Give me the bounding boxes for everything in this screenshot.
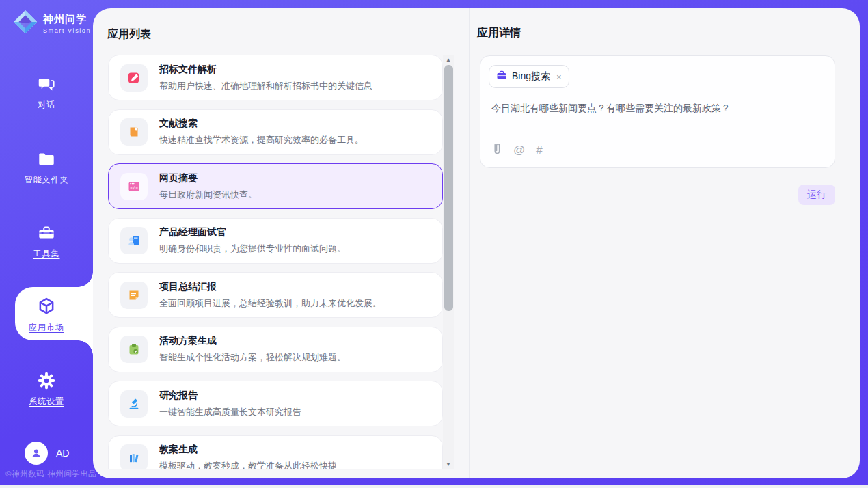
app-card-research-report[interactable]: 研究报告 一键智能生成高质量长文本研究报告 (108, 381, 443, 426)
app-card-lesson-plan[interactable]: 教案生成 模板驱动，教案秒成，教学准备从此轻松快捷 (108, 435, 443, 470)
book-icon (120, 118, 148, 146)
app-description: 帮助用户快速、准确地理解和解析招标书中的关键信息 (159, 80, 372, 92)
app-description: 智能生成个性化活动方案，轻松解决规划难题。 (159, 351, 346, 364)
browser-code-icon: </> (120, 173, 148, 200)
scrollbar-down-arrow-icon[interactable]: ▼ (443, 459, 454, 469)
sidebar-item-label: 对话 (38, 99, 55, 111)
app-name: 项目总结汇报 (159, 281, 381, 293)
app-name: 文献搜索 (159, 118, 364, 130)
tool-chip-bing-search[interactable]: Bing搜索 × (489, 65, 569, 88)
paperclip-icon[interactable] (492, 142, 502, 158)
chip-close-icon[interactable]: × (556, 72, 562, 82)
cube-icon (0, 295, 93, 317)
app-card-literature-search[interactable]: 文献搜索 快速精准查找学术资源，提高研究效率的必备工具。 (108, 109, 443, 155)
scrollbar-up-arrow-icon[interactable]: ▲ (443, 55, 454, 64)
app-list: 招标文件解析 帮助用户快速、准确地理解和解析招标书中的关键信息 文献搜索 快速精… (108, 55, 443, 469)
sidebar-item-chat[interactable]: 对话 (0, 74, 93, 111)
app-name: 教案生成 (159, 444, 337, 456)
copyright-text: ©神州数码·神州问学出品 (5, 469, 96, 479)
app-name: 研究报告 (159, 390, 301, 402)
app-name: 产品经理面试官 (159, 226, 346, 239)
app-card-web-summary[interactable]: </> 网页摘要 每日政府新闻资讯快查。 (108, 163, 443, 209)
tool-chip-label: Bing搜索 (512, 70, 550, 83)
folder-icon (0, 149, 93, 170)
note-icon (120, 282, 148, 309)
brand-logo: 神州问学 Smart Vision (12, 9, 91, 38)
interviewer-icon (120, 227, 148, 254)
scrollbar-thumb[interactable] (444, 65, 453, 311)
prompt-toolbar: @ # (492, 142, 543, 158)
sidebar: 神州问学 Smart Vision 对话 智能文件夹 (0, 0, 93, 485)
app-card-project-summary[interactable]: 项目总结汇报 全面回顾项目进展，总结经验教训，助力未来优化发展。 (108, 272, 443, 318)
app-name: 网页摘要 (159, 172, 257, 185)
run-button[interactable]: 运行 (798, 185, 835, 205)
app-card-pm-interviewer[interactable]: 产品经理面试官 明确身份和职责，为您提供专业性的面试问题。 (108, 218, 443, 264)
app-description: 快速精准查找学术资源，提高研究效率的必备工具。 (159, 134, 364, 146)
sidebar-item-label: 应用市场 (29, 322, 64, 334)
app-description: 一键智能生成高质量长文本研究报告 (159, 406, 301, 418)
clipboard-check-icon (120, 336, 148, 363)
user-initials: AD (56, 448, 69, 459)
chat-icon (0, 74, 93, 94)
app-description: 全面回顾项目进展，总结经验教训，助力未来优化发展。 (159, 297, 381, 310)
microscope-icon (120, 390, 148, 418)
app-card-event-plan[interactable]: 活动方案生成 智能生成个性化活动方案，轻松解决规划难题。 (108, 327, 443, 372)
brand-name: 神州问学 (43, 13, 91, 26)
sidebar-item-settings[interactable]: 系统设置 (0, 370, 93, 407)
app-detail-title: 应用详情 (477, 26, 521, 40)
main-content: 应用列表 招标文件解析 帮助用户快速、准确地理解和解析招标书中的关键信息 (93, 8, 860, 478)
prompt-query-text[interactable]: 今日湖北有哪些新闻要点？有哪些需要关注的最新政策？ (491, 101, 824, 115)
gear-icon (0, 370, 93, 391)
avatar (25, 442, 48, 465)
brand-subtitle: Smart Vision (43, 27, 91, 34)
books-icon (120, 444, 148, 469)
sidebar-item-label: 工具集 (33, 248, 60, 260)
user-account[interactable]: AD (25, 442, 69, 465)
hash-tag-icon[interactable]: # (536, 144, 542, 156)
app-description: 模板驱动，教案秒成，教学准备从此轻松快捷 (159, 460, 337, 469)
briefcase-icon (496, 70, 507, 83)
app-card-bid-analysis[interactable]: 招标文件解析 帮助用户快速、准确地理解和解析招标书中的关键信息 (108, 55, 443, 100)
sidebar-item-label: 智能文件夹 (25, 174, 69, 186)
app-name: 活动方案生成 (159, 335, 346, 347)
sidebar-item-smart-folder[interactable]: 智能文件夹 (0, 149, 93, 186)
app-list-title: 应用列表 (107, 27, 151, 42)
prompt-input-card[interactable]: Bing搜索 × 今日湖北有哪些新闻要点？有哪些需要关注的最新政策？ @ # (480, 55, 835, 168)
gem-logo-icon (12, 9, 38, 38)
sidebar-item-toolset[interactable]: 工具集 (0, 223, 93, 260)
sidebar-item-app-market[interactable]: 应用市场 (0, 295, 93, 334)
bottom-edge (0, 485, 868, 488)
svg-text:</>: </> (130, 185, 138, 190)
pen-square-icon (120, 64, 148, 92)
app-list-scrollbar: ▲ ▼ (443, 55, 454, 469)
app-description: 明确身份和职责，为您提供专业性的面试问题。 (159, 243, 346, 255)
at-mention-icon[interactable]: @ (513, 144, 525, 156)
app-name: 招标文件解析 (159, 64, 372, 76)
toolbox-icon (0, 223, 93, 243)
app-description: 每日政府新闻资讯快查。 (159, 189, 257, 201)
panel-divider (469, 8, 470, 478)
sidebar-item-label: 系统设置 (29, 396, 64, 407)
